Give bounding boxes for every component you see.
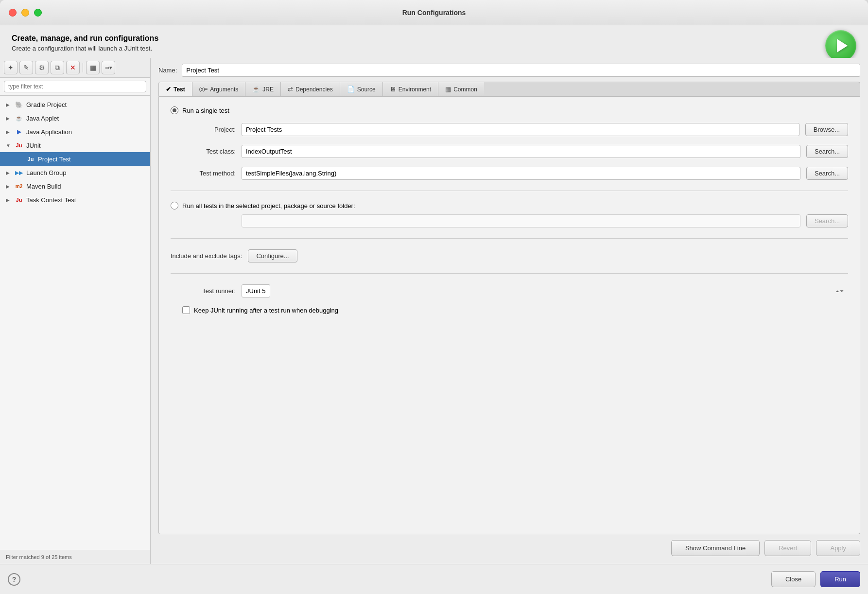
tab-arguments[interactable]: (x)= Arguments <box>192 82 246 96</box>
run-all-input[interactable] <box>242 214 800 227</box>
tab-common[interactable]: ▦ Common <box>438 82 484 96</box>
gradle-icon: 🐘 <box>15 100 23 109</box>
test-class-row: Test class: Search... <box>171 145 848 158</box>
name-label: Name: <box>158 67 177 74</box>
project-test-icon: Ju <box>26 155 35 163</box>
titlebar: Run Configurations <box>0 0 868 25</box>
traffic-lights <box>9 9 42 17</box>
test-method-label: Test method: <box>182 170 236 177</box>
run-button[interactable]: Run <box>820 571 860 587</box>
maven-icon: m2 <box>15 182 23 191</box>
tree-item-java-application[interactable]: ▶ ▶ Java Application <box>0 125 150 139</box>
run-all-search-button[interactable]: Search... <box>806 214 848 227</box>
tree-item-gradle-project[interactable]: ▶ 🐘 Gradle Project <box>0 98 150 111</box>
section-divider <box>171 191 848 191</box>
keep-junit-label: Keep JUnit running after a test run when… <box>194 307 338 314</box>
tab-source[interactable]: 📄 Source <box>340 82 383 96</box>
expand-arrow: ▼ <box>6 143 12 148</box>
test-method-row: Test method: Search... <box>171 167 848 180</box>
tree-item-maven-build[interactable]: ▶ m2 Maven Build <box>0 179 150 193</box>
tab-test-label: Test <box>174 86 185 93</box>
tab-dependencies[interactable]: ⇄ Dependencies <box>281 82 340 96</box>
runner-label: Test runner: <box>182 287 236 295</box>
radio-all-tests[interactable]: Run all tests in the selected project, p… <box>171 202 848 210</box>
environment-tab-icon: 🖥 <box>390 86 396 93</box>
tree-item-java-applet[interactable]: ▶ ☕ Java Applet <box>0 111 150 125</box>
delete-button[interactable]: ✕ <box>66 61 80 74</box>
tab-jre[interactable]: ☕ JRE <box>245 82 281 96</box>
tags-label: Include and exclude tags: <box>171 252 242 260</box>
minimize-button[interactable] <box>21 9 29 17</box>
run-circle-button[interactable] <box>825 30 856 61</box>
test-class-search-button[interactable]: Search... <box>806 145 848 158</box>
new-config-button[interactable]: ✦ <box>4 61 17 74</box>
bottom-left: ? <box>8 573 766 586</box>
radio-single-dot <box>171 106 178 114</box>
radio-single-test[interactable]: Run a single test <box>171 106 848 114</box>
tree-label: Launch Group <box>26 169 66 176</box>
tab-jre-label: JRE <box>262 86 274 93</box>
show-command-line-button[interactable]: Show Command Line <box>671 540 760 556</box>
revert-button[interactable]: Revert <box>764 540 811 556</box>
name-input[interactable] <box>182 64 860 77</box>
filter-box <box>0 78 150 96</box>
tab-common-label: Common <box>453 86 477 93</box>
arguments-tab-icon: (x)= <box>199 87 208 92</box>
project-row: Project: Browse... <box>171 123 848 136</box>
name-row: Name: <box>158 64 860 77</box>
radio-all-dot <box>171 202 178 210</box>
edit-proto-button[interactable]: ⚙ <box>35 61 49 74</box>
project-label: Project: <box>182 126 236 133</box>
tree-item-junit[interactable]: ▼ Ju JUnit <box>0 139 150 152</box>
tab-environment[interactable]: 🖥 Environment <box>383 82 438 96</box>
common-tab-icon: ▦ <box>445 86 451 93</box>
tabs-bar: ✔ Test (x)= Arguments ☕ JRE ⇄ Dependenci… <box>158 82 860 97</box>
tree-label: Gradle Project <box>26 101 67 108</box>
launch-group-icon: ▶▶ <box>15 168 23 177</box>
tree-item-project-test[interactable]: Ju Project Test <box>0 152 150 166</box>
export-button[interactable]: ⇒▾ <box>102 61 115 74</box>
task-context-icon: Ju <box>15 195 23 204</box>
jre-tab-icon: ☕ <box>252 86 260 93</box>
tree-item-task-context-test[interactable]: ▶ Ju Task Context Test <box>0 193 150 207</box>
project-browse-button[interactable]: Browse... <box>805 123 848 136</box>
filter-columns-button[interactable]: ▦ <box>86 61 100 74</box>
test-method-input[interactable] <box>242 167 800 180</box>
tab-source-label: Source <box>357 86 376 93</box>
tree-item-launch-group[interactable]: ▶ ▶▶ Launch Group <box>0 166 150 179</box>
java-applet-icon: ☕ <box>15 114 23 122</box>
new-proto-button[interactable]: ✎ <box>19 61 33 74</box>
runner-row: Test runner: JUnit 5 <box>171 284 848 297</box>
maximize-button[interactable] <box>34 9 42 17</box>
apply-button[interactable]: Apply <box>816 540 860 556</box>
section-divider-2 <box>171 238 848 239</box>
run-all-input-row: Search... <box>171 214 848 227</box>
expand-arrow: ▶ <box>6 116 12 121</box>
tags-configure-button[interactable]: Configure... <box>248 249 297 262</box>
test-class-input[interactable] <box>242 145 800 158</box>
test-method-search-button[interactable]: Search... <box>806 167 848 180</box>
expand-arrow: ▶ <box>6 102 12 107</box>
filter-input[interactable] <box>4 81 146 92</box>
close-button[interactable]: Close <box>771 571 816 587</box>
tree-label: Maven Build <box>26 183 61 190</box>
radio-all-label: Run all tests in the selected project, p… <box>182 202 355 210</box>
tab-arguments-label: Arguments <box>210 86 238 93</box>
tree-label: JUnit <box>26 142 41 149</box>
duplicate-button[interactable]: ⧉ <box>51 61 64 74</box>
header-title: Create, manage, and run configurations <box>12 34 856 43</box>
help-button[interactable]: ? <box>8 573 20 586</box>
filter-status: Filter matched 9 of 25 items <box>0 550 150 564</box>
radio-single-label: Run a single test <box>182 107 229 114</box>
keep-junit-row: Keep JUnit running after a test run when… <box>171 306 848 314</box>
project-input[interactable] <box>242 123 799 136</box>
close-button[interactable] <box>9 9 17 17</box>
tags-row: Include and exclude tags: Configure... <box>171 249 848 262</box>
toolbar-separator <box>83 63 83 72</box>
keep-junit-checkbox[interactable] <box>182 306 190 314</box>
runner-select[interactable]: JUnit 5 <box>242 284 270 297</box>
tab-test[interactable]: ✔ Test <box>159 82 192 96</box>
junit-icon: Ju <box>15 141 23 150</box>
tree-area: ▶ 🐘 Gradle Project ▶ ☕ Java Applet ▶ ▶ <box>0 96 150 550</box>
expand-arrow: ▶ <box>6 197 12 203</box>
